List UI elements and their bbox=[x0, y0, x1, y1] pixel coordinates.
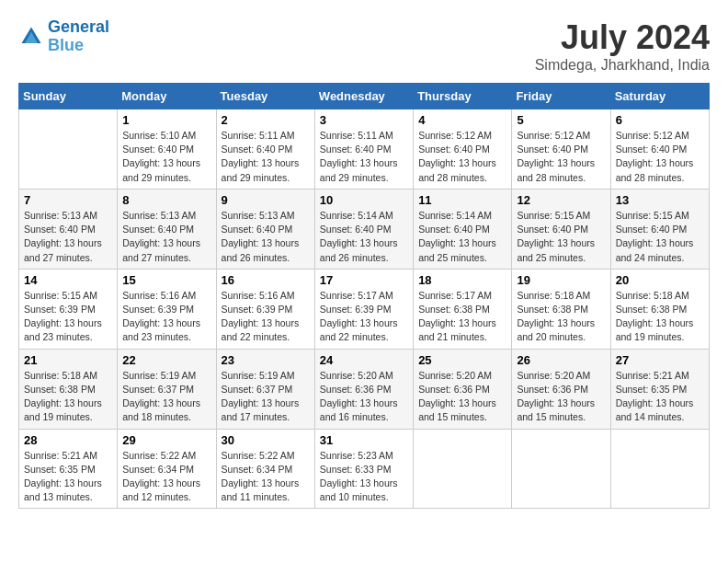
day-number: 2 bbox=[222, 113, 310, 127]
day-detail: Sunrise: 5:11 AMSunset: 6:40 PMDaylight:… bbox=[320, 129, 408, 185]
week-row-1: 1Sunrise: 5:10 AMSunset: 6:40 PMDaylight… bbox=[19, 109, 710, 190]
calendar-cell: 26Sunrise: 5:20 AMSunset: 6:36 PMDayligh… bbox=[512, 349, 610, 429]
calendar-cell bbox=[512, 429, 610, 509]
calendar-cell: 1Sunrise: 5:10 AMSunset: 6:40 PMDaylight… bbox=[118, 109, 216, 190]
calendar-cell: 29Sunrise: 5:22 AMSunset: 6:34 PMDayligh… bbox=[118, 429, 216, 509]
calendar-cell: 8Sunrise: 5:13 AMSunset: 6:40 PMDaylight… bbox=[118, 189, 216, 269]
day-detail: Sunrise: 5:17 AMSunset: 6:39 PMDaylight:… bbox=[320, 289, 408, 345]
calendar-cell: 2Sunrise: 5:11 AMSunset: 6:40 PMDaylight… bbox=[216, 109, 314, 190]
calendar-cell: 18Sunrise: 5:17 AMSunset: 6:38 PMDayligh… bbox=[414, 269, 512, 349]
week-row-4: 21Sunrise: 5:18 AMSunset: 6:38 PMDayligh… bbox=[19, 349, 710, 429]
day-number: 6 bbox=[616, 113, 704, 127]
day-number: 25 bbox=[418, 353, 506, 367]
day-number: 1 bbox=[122, 113, 210, 127]
day-detail: Sunrise: 5:18 AMSunset: 6:38 PMDaylight:… bbox=[517, 289, 605, 345]
day-number: 15 bbox=[122, 273, 210, 287]
day-number: 28 bbox=[24, 433, 112, 447]
day-detail: Sunrise: 5:12 AMSunset: 6:40 PMDaylight:… bbox=[517, 129, 605, 185]
calendar-cell: 4Sunrise: 5:12 AMSunset: 6:40 PMDaylight… bbox=[414, 109, 512, 190]
calendar-cell: 19Sunrise: 5:18 AMSunset: 6:38 PMDayligh… bbox=[512, 269, 610, 349]
day-detail: Sunrise: 5:22 AMSunset: 6:34 PMDaylight:… bbox=[122, 449, 210, 505]
day-detail: Sunrise: 5:14 AMSunset: 6:40 PMDaylight:… bbox=[320, 209, 408, 265]
page-header: General Blue July 2024 Simdega, Jharkhan… bbox=[18, 18, 710, 74]
calendar-cell bbox=[414, 429, 512, 509]
subtitle: Simdega, Jharkhand, India bbox=[535, 57, 710, 74]
calendar-cell: 20Sunrise: 5:18 AMSunset: 6:38 PMDayligh… bbox=[610, 269, 709, 349]
col-header-saturday: Saturday bbox=[610, 84, 709, 109]
day-detail: Sunrise: 5:20 AMSunset: 6:36 PMDaylight:… bbox=[517, 369, 605, 425]
day-number: 7 bbox=[24, 193, 112, 207]
week-row-5: 28Sunrise: 5:21 AMSunset: 6:35 PMDayligh… bbox=[19, 429, 710, 509]
day-number: 9 bbox=[222, 193, 310, 207]
col-header-wednesday: Wednesday bbox=[314, 84, 413, 109]
calendar-cell: 14Sunrise: 5:15 AMSunset: 6:39 PMDayligh… bbox=[19, 269, 118, 349]
day-detail: Sunrise: 5:10 AMSunset: 6:40 PMDaylight:… bbox=[122, 129, 210, 185]
calendar-cell: 5Sunrise: 5:12 AMSunset: 6:40 PMDaylight… bbox=[512, 109, 610, 190]
calendar-cell: 31Sunrise: 5:23 AMSunset: 6:33 PMDayligh… bbox=[314, 429, 413, 509]
day-detail: Sunrise: 5:16 AMSunset: 6:39 PMDaylight:… bbox=[122, 289, 210, 345]
day-number: 10 bbox=[320, 193, 408, 207]
day-detail: Sunrise: 5:20 AMSunset: 6:36 PMDaylight:… bbox=[418, 369, 506, 425]
logo-icon bbox=[18, 24, 44, 50]
day-number: 18 bbox=[418, 273, 506, 287]
logo: General Blue bbox=[18, 18, 109, 55]
week-row-2: 7Sunrise: 5:13 AMSunset: 6:40 PMDaylight… bbox=[19, 189, 710, 269]
day-number: 5 bbox=[517, 113, 605, 127]
day-number: 12 bbox=[517, 193, 605, 207]
calendar-cell bbox=[610, 429, 709, 509]
day-detail: Sunrise: 5:19 AMSunset: 6:37 PMDaylight:… bbox=[122, 369, 210, 425]
day-number: 27 bbox=[616, 353, 704, 367]
day-number: 16 bbox=[222, 273, 310, 287]
header-row: SundayMondayTuesdayWednesdayThursdayFrid… bbox=[19, 84, 710, 109]
day-detail: Sunrise: 5:13 AMSunset: 6:40 PMDaylight:… bbox=[122, 209, 210, 265]
calendar-cell: 21Sunrise: 5:18 AMSunset: 6:38 PMDayligh… bbox=[19, 349, 118, 429]
day-number: 11 bbox=[418, 193, 506, 207]
day-detail: Sunrise: 5:11 AMSunset: 6:40 PMDaylight:… bbox=[222, 129, 310, 185]
day-detail: Sunrise: 5:18 AMSunset: 6:38 PMDaylight:… bbox=[616, 289, 704, 345]
day-number: 14 bbox=[24, 273, 112, 287]
calendar-table: SundayMondayTuesdayWednesdayThursdayFrid… bbox=[18, 83, 710, 509]
calendar-cell: 23Sunrise: 5:19 AMSunset: 6:37 PMDayligh… bbox=[216, 349, 314, 429]
day-number: 21 bbox=[24, 353, 112, 367]
col-header-friday: Friday bbox=[512, 84, 610, 109]
day-detail: Sunrise: 5:13 AMSunset: 6:40 PMDaylight:… bbox=[222, 209, 310, 265]
calendar-cell: 10Sunrise: 5:14 AMSunset: 6:40 PMDayligh… bbox=[314, 189, 413, 269]
day-detail: Sunrise: 5:12 AMSunset: 6:40 PMDaylight:… bbox=[616, 129, 704, 185]
calendar-cell: 24Sunrise: 5:20 AMSunset: 6:36 PMDayligh… bbox=[314, 349, 413, 429]
calendar-cell: 28Sunrise: 5:21 AMSunset: 6:35 PMDayligh… bbox=[19, 429, 118, 509]
calendar-cell: 22Sunrise: 5:19 AMSunset: 6:37 PMDayligh… bbox=[118, 349, 216, 429]
day-number: 26 bbox=[517, 353, 605, 367]
day-number: 19 bbox=[517, 273, 605, 287]
day-detail: Sunrise: 5:21 AMSunset: 6:35 PMDaylight:… bbox=[24, 449, 112, 505]
calendar-cell: 13Sunrise: 5:15 AMSunset: 6:40 PMDayligh… bbox=[610, 189, 709, 269]
calendar-cell: 3Sunrise: 5:11 AMSunset: 6:40 PMDaylight… bbox=[314, 109, 413, 190]
day-detail: Sunrise: 5:17 AMSunset: 6:38 PMDaylight:… bbox=[418, 289, 506, 345]
calendar-cell bbox=[19, 109, 118, 190]
calendar-cell: 15Sunrise: 5:16 AMSunset: 6:39 PMDayligh… bbox=[118, 269, 216, 349]
day-detail: Sunrise: 5:14 AMSunset: 6:40 PMDaylight:… bbox=[418, 209, 506, 265]
calendar-cell: 16Sunrise: 5:16 AMSunset: 6:39 PMDayligh… bbox=[216, 269, 314, 349]
day-detail: Sunrise: 5:18 AMSunset: 6:38 PMDaylight:… bbox=[24, 369, 112, 425]
day-number: 31 bbox=[320, 433, 408, 447]
day-detail: Sunrise: 5:15 AMSunset: 6:40 PMDaylight:… bbox=[517, 209, 605, 265]
col-header-sunday: Sunday bbox=[19, 84, 118, 109]
day-number: 8 bbox=[122, 193, 210, 207]
day-number: 23 bbox=[222, 353, 310, 367]
day-detail: Sunrise: 5:12 AMSunset: 6:40 PMDaylight:… bbox=[418, 129, 506, 185]
day-number: 24 bbox=[320, 353, 408, 367]
day-number: 30 bbox=[222, 433, 310, 447]
day-detail: Sunrise: 5:15 AMSunset: 6:39 PMDaylight:… bbox=[24, 289, 112, 345]
calendar-cell: 27Sunrise: 5:21 AMSunset: 6:35 PMDayligh… bbox=[610, 349, 709, 429]
day-detail: Sunrise: 5:19 AMSunset: 6:37 PMDaylight:… bbox=[222, 369, 310, 425]
day-detail: Sunrise: 5:21 AMSunset: 6:35 PMDaylight:… bbox=[616, 369, 704, 425]
day-number: 3 bbox=[320, 113, 408, 127]
day-detail: Sunrise: 5:23 AMSunset: 6:33 PMDaylight:… bbox=[320, 449, 408, 505]
calendar-cell: 11Sunrise: 5:14 AMSunset: 6:40 PMDayligh… bbox=[414, 189, 512, 269]
calendar-cell: 30Sunrise: 5:22 AMSunset: 6:34 PMDayligh… bbox=[216, 429, 314, 509]
col-header-thursday: Thursday bbox=[414, 84, 512, 109]
day-number: 22 bbox=[122, 353, 210, 367]
day-number: 4 bbox=[418, 113, 506, 127]
week-row-3: 14Sunrise: 5:15 AMSunset: 6:39 PMDayligh… bbox=[19, 269, 710, 349]
day-number: 20 bbox=[616, 273, 704, 287]
day-detail: Sunrise: 5:16 AMSunset: 6:39 PMDaylight:… bbox=[222, 289, 310, 345]
